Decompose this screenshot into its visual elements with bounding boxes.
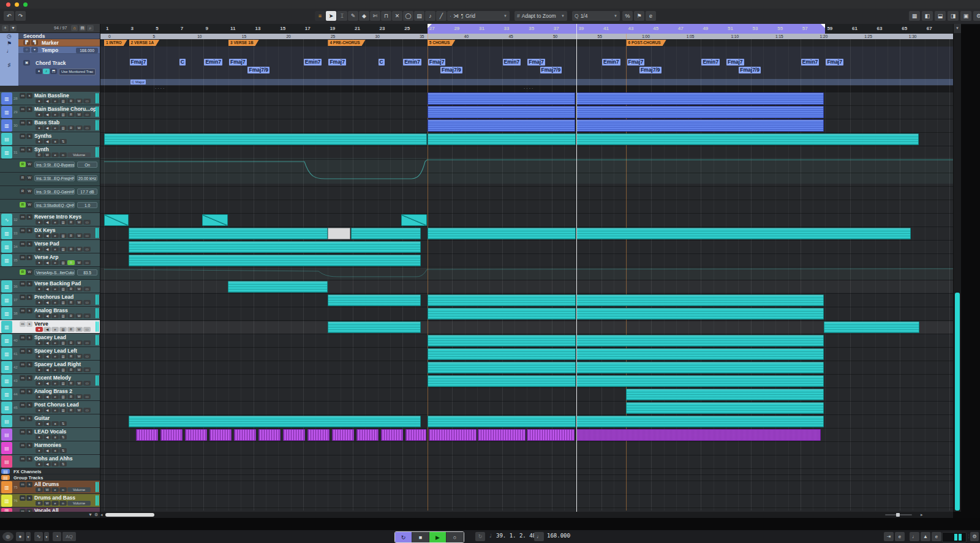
lower-zone-toggle[interactable]: ⬓ — [935, 11, 946, 21]
automation-parameter-name[interactable]: Ins.:3:StudioEQ -QHFL — [34, 202, 75, 208]
solo-button[interactable]: s — [26, 482, 32, 487]
group-editing-icon[interactable]: ≡ — [51, 421, 59, 426]
part-event[interactable] — [104, 214, 129, 226]
lanes-icon[interactable]: ▭ — [83, 408, 91, 413]
automation-write-button[interactable]: W — [26, 202, 32, 208]
transport-setup-gear-icon[interactable]: ⚙ — [970, 532, 979, 541]
chord-event[interactable]: Emin7 — [304, 59, 322, 66]
monitor-button[interactable]: ◀ — [43, 367, 51, 372]
record-enable-button[interactable]: ● — [36, 286, 43, 291]
seconds-ruler-track[interactable]: Seconds — [18, 32, 100, 39]
bypass-inserts-button[interactable]: ∞ — [59, 152, 67, 157]
record-enable-button[interactable]: ● — [36, 139, 43, 144]
record-enable-button[interactable]: ● — [36, 233, 43, 238]
part-event[interactable] — [626, 389, 824, 400]
read-automation-button[interactable]: R — [67, 125, 75, 130]
snap-on-off-button[interactable]: ⋊ — [451, 11, 461, 21]
monitor-button[interactable]: ◀ — [43, 354, 51, 359]
retrospective-record-button[interactable]: ↻ — [475, 532, 485, 541]
part-event[interactable] — [576, 348, 824, 360]
tempo-spinner[interactable]: ⇅ — [568, 533, 571, 537]
read-automation-button[interactable]: R — [67, 300, 75, 305]
write-automation-button[interactable]: W — [75, 260, 83, 265]
split-tool[interactable]: ✄ — [370, 11, 380, 21]
track-row-ins-3-st-eq-bypass[interactable]: RWIns.:3:St...EQ-BypassOn — [0, 159, 100, 173]
edit-channel-button[interactable]: e — [51, 233, 59, 238]
write-automation-button[interactable]: W — [75, 408, 83, 413]
lanes-icon[interactable]: ▭ — [83, 313, 91, 318]
read-automation-button[interactable]: R — [67, 220, 75, 225]
track-row-spacey-lead-left[interactable]: ▥41msSpacey Lead Left●◀e▥RW▭ — [0, 347, 100, 361]
chord-event[interactable]: Emin7 — [701, 59, 720, 66]
track-row-oohs-and-ahhs[interactable]: ▤msOohs and Ahhs●◀≡⇅ — [0, 455, 100, 468]
track-list-filter-icon[interactable]: ▤ — [79, 25, 86, 31]
part-event[interactable] — [129, 416, 421, 427]
solo-button[interactable]: s — [26, 348, 32, 354]
play-button[interactable]: ▶ — [429, 532, 447, 542]
find-track-icon[interactable]: ⌕ — [87, 25, 94, 31]
zoom-tool[interactable]: ◯ — [403, 11, 413, 21]
solo-button[interactable]: s — [26, 281, 32, 286]
edit-channel-button[interactable]: e — [51, 367, 59, 372]
edit-channel-button[interactable]: e — [51, 381, 59, 386]
phase-icon[interactable]: ⇅ — [59, 139, 67, 144]
vocal-audio-part[interactable] — [136, 429, 158, 441]
event-display-area[interactable]: 1357911131517192123252729313335373941434… — [100, 24, 953, 512]
edit-channel-button[interactable]: e — [51, 286, 59, 291]
part-event[interactable] — [576, 362, 824, 373]
instrument-icon[interactable]: ▥ — [59, 220, 67, 225]
cycle-region[interactable] — [428, 24, 826, 34]
lanes-icon[interactable]: ▭ — [83, 99, 91, 103]
midi-part[interactable] — [428, 119, 575, 132]
track-row-ins-3-st-eq-gainhfl[interactable]: RWIns.:3:St...EQ-GainHFL17.7 dB — [0, 186, 100, 200]
track-row-versearp-s-ltercutoff[interactable]: RWVerseArp-S...lterCutoff83.5 — [0, 267, 100, 280]
midi-part[interactable] — [576, 119, 824, 132]
mute-button[interactable]: m — [20, 133, 26, 139]
automation-read-button[interactable]: R — [20, 162, 26, 167]
track-row-group-tracks[interactable]: ▤Group Tracks — [0, 474, 100, 481]
automation-parameter-name[interactable]: Ins.:3:St...EQ-Bypass — [34, 162, 75, 168]
read-automation-button[interactable]: R — [67, 99, 75, 103]
vocal-audio-part[interactable] — [258, 429, 281, 441]
monitor-button[interactable]: ◀ — [43, 435, 51, 440]
track-row-all-drums[interactable]: ▥75msAll DrumsRWe∞Volume — [0, 481, 100, 494]
write-automation-button[interactable]: W — [75, 354, 83, 359]
solo-button[interactable]: s — [26, 335, 32, 340]
instrument-icon[interactable]: ▥ — [59, 340, 67, 345]
audiowarp-quantize-button[interactable]: ⚑ — [634, 11, 644, 21]
edit-channel-button[interactable]: e — [51, 394, 59, 399]
minimize-window-button[interactable] — [15, 2, 19, 7]
solo-button[interactable]: s — [26, 294, 32, 300]
mute-button[interactable]: m — [20, 255, 26, 260]
record-enable-button[interactable]: ● — [36, 99, 43, 103]
lanes-icon[interactable]: ▭ — [83, 125, 91, 130]
midi-part[interactable] — [428, 92, 575, 105]
chord-event[interactable]: Fmaj7 — [130, 59, 148, 66]
solo-button[interactable]: s — [26, 375, 32, 381]
mute-button[interactable]: m — [20, 348, 26, 354]
record-enable-button[interactable]: ● — [36, 421, 43, 426]
comp-tool[interactable]: ▤ — [414, 11, 424, 21]
mute-button[interactable]: m — [20, 456, 26, 462]
write-automation-button[interactable]: W — [75, 99, 83, 103]
read-automation-button[interactable]: R — [67, 313, 75, 318]
monitor-button[interactable]: ◀ — [43, 340, 51, 345]
instrument-icon[interactable]: ▥ — [59, 327, 67, 332]
redo-button[interactable]: ↷ — [15, 11, 26, 21]
chord-event[interactable]: Fmaj7 — [627, 59, 645, 66]
chord-event[interactable]: Fmaj7 — [428, 59, 446, 66]
chevron-down-icon[interactable]: ▼ — [26, 532, 31, 541]
metronome-click-button[interactable]: ♩ — [910, 532, 919, 541]
instrument-icon[interactable]: ▥ — [59, 354, 67, 359]
record-enable-button[interactable]: ● — [36, 220, 43, 225]
lanes-icon[interactable]: ▭ — [83, 300, 91, 305]
part-event[interactable] — [428, 375, 576, 387]
precount-button[interactable]: ▲ — [921, 532, 930, 541]
solo-button[interactable]: s — [26, 308, 32, 313]
monitor-button[interactable]: ◀ — [43, 381, 51, 386]
chord-event[interactable]: Fmaj7/9 — [440, 67, 462, 73]
track-row-ins-3-st-eq-freqhfl[interactable]: RWIns.:3:St...EQ-FreqHFL20.00 kHz — [0, 173, 100, 186]
marker-flag[interactable]: 4 PRE-CHORUS — [328, 40, 365, 46]
snap-type-dropdown[interactable]: Grid ▼ — [463, 11, 510, 21]
part-event[interactable] — [428, 348, 576, 360]
